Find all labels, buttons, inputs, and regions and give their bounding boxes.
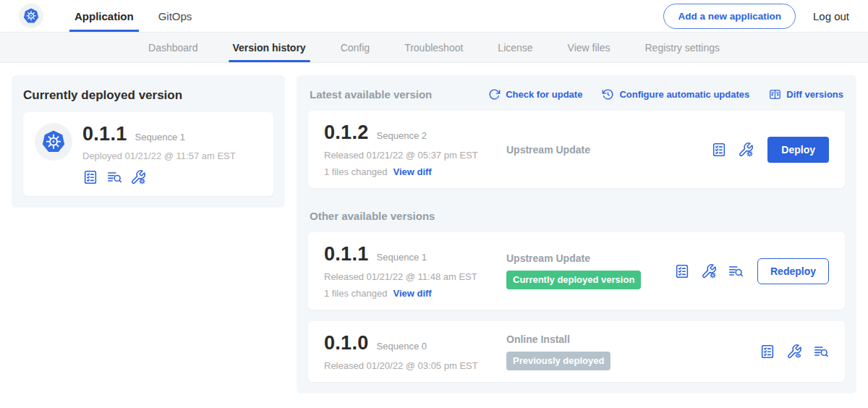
currently-deployed-card: Currently deployed version 0.1 — [12, 75, 285, 208]
panel-actions: Check for update Configure automatic upd… — [488, 88, 843, 101]
tab-application[interactable]: Application — [62, 0, 146, 32]
preflight-checks-icon[interactable] — [82, 169, 98, 185]
subnav-item-dashboard[interactable]: Dashboard — [131, 33, 216, 62]
view-diff-link[interactable]: View diff — [393, 166, 431, 177]
latest-version-title: Latest available version — [310, 88, 432, 101]
header-tabs: Application GitOps — [62, 0, 204, 32]
check-for-update-link[interactable]: Check for update — [488, 88, 582, 101]
version-source-label: Upstream Update — [506, 252, 667, 264]
version-history-panel: Latest available version Check for updat… — [297, 75, 856, 394]
preflight-checks-icon[interactable] — [760, 344, 775, 360]
preflight-checks-icon[interactable] — [674, 263, 690, 279]
deployed-sequence: Sequence 1 — [135, 132, 185, 143]
deployed-version-info: 0.1.1 Sequence 1 Deployed 01/21/22 @ 11:… — [82, 123, 236, 185]
subnav-item-version-history[interactable]: Version history — [216, 33, 323, 62]
schedule-update-icon — [602, 88, 614, 101]
app-subnav: Dashboard Version history Config Trouble… — [0, 33, 868, 63]
subnav-item-view-files[interactable]: View files — [550, 33, 628, 62]
preflight-checks-icon[interactable] — [711, 142, 727, 158]
redeploy-button[interactable]: Redeploy — [757, 258, 829, 284]
row-gap — [308, 310, 845, 321]
deploy-logs-icon[interactable] — [106, 169, 122, 185]
app-logo — [35, 123, 72, 161]
version-sequence: Sequence 0 — [377, 341, 427, 352]
version-number: 0.1.2 — [324, 122, 369, 144]
currently-deployed-badge: Currently deployed version — [506, 271, 641, 289]
edit-config-icon[interactable] — [701, 263, 717, 279]
logout-button[interactable]: Log out — [813, 10, 849, 22]
version-source-label: Upstream Update — [506, 144, 704, 156]
version-number: 0.1.1 — [324, 243, 369, 265]
kubernetes-app-icon — [41, 129, 67, 155]
deployed-version-card: 0.1.1 Sequence 1 Deployed 01/21/22 @ 11:… — [23, 112, 273, 196]
kubernetes-logo — [19, 4, 43, 28]
deploy-button[interactable]: Deploy — [767, 137, 829, 163]
configure-automatic-updates-label: Configure automatic updates — [619, 89, 749, 100]
diff-versions-label: Diff versions — [786, 89, 843, 100]
version-released-timestamp: Released 01/21/22 @ 11:48 am EST — [324, 271, 506, 282]
version-number: 0.1.0 — [324, 332, 369, 354]
edit-config-icon[interactable] — [738, 142, 754, 158]
version-sequence: Sequence 2 — [377, 130, 427, 141]
deployed-version-number: 0.1.1 — [82, 123, 127, 145]
previously-deployed-badge: Previously deployed — [506, 352, 610, 370]
subnav-item-config[interactable]: Config — [323, 33, 387, 62]
version-row-0-1-0: 0.1.0 Sequence 0 Released 01/20/22 @ 03:… — [308, 321, 845, 382]
view-config-icon[interactable] — [786, 344, 802, 360]
kubernetes-logo-icon — [22, 7, 40, 25]
configure-automatic-updates-link[interactable]: Configure automatic updates — [602, 88, 749, 101]
subnav-item-license[interactable]: License — [480, 33, 550, 62]
other-versions-title: Other available versions — [310, 210, 843, 222]
check-for-update-label: Check for update — [506, 89, 582, 100]
diff-versions-icon — [769, 88, 781, 101]
refresh-icon — [488, 88, 501, 101]
app-header: Application GitOps Add a new application… — [0, 0, 868, 33]
subnav-item-troubleshoot[interactable]: Troubleshoot — [387, 33, 480, 62]
version-sequence: Sequence 1 — [377, 252, 427, 263]
files-changed-label: 1 files changed — [324, 288, 387, 299]
subnav-item-registry-settings[interactable]: Registry settings — [628, 33, 737, 62]
deployed-timestamp: Deployed 01/21/22 @ 11:57 am EST — [82, 150, 236, 161]
add-application-button[interactable]: Add a new application — [663, 4, 796, 29]
diff-versions-link[interactable]: Diff versions — [769, 88, 843, 101]
currently-deployed-title: Currently deployed version — [23, 88, 273, 103]
version-source-label: Online Install — [506, 333, 752, 345]
deploy-logs-icon[interactable] — [728, 263, 744, 279]
main-content: Currently deployed version 0.1 — [0, 63, 868, 406]
version-released-timestamp: Released 01/21/22 @ 05:37 pm EST — [324, 150, 506, 161]
files-changed-label: 1 files changed — [324, 166, 387, 177]
deploy-logs-icon[interactable] — [813, 344, 829, 360]
view-diff-link[interactable]: View diff — [393, 288, 431, 299]
version-row-0-1-1: 0.1.1 Sequence 1 Released 01/21/22 @ 11:… — [308, 232, 845, 310]
tab-gitops[interactable]: GitOps — [146, 0, 205, 32]
version-released-timestamp: Released 01/20/22 @ 03:05 pm EST — [324, 360, 506, 371]
version-row-0-1-2: 0.1.2 Sequence 2 Released 01/21/22 @ 05:… — [308, 111, 845, 188]
edit-config-icon[interactable] — [130, 169, 146, 185]
